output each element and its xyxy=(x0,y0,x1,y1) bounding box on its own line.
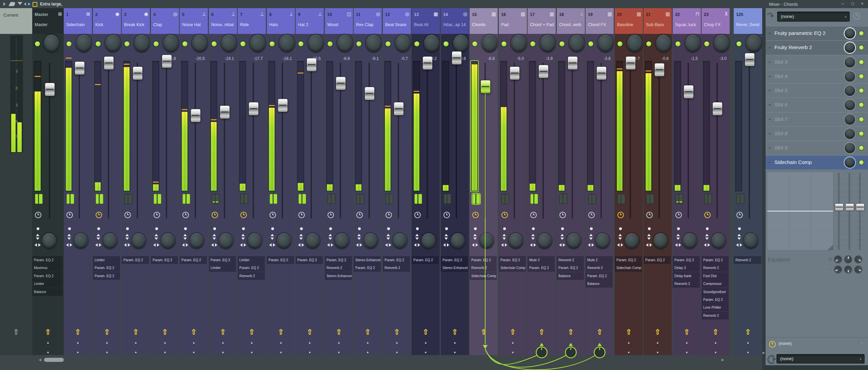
solo-dot[interactable] xyxy=(329,227,332,230)
fader-groove[interactable] xyxy=(427,63,428,219)
strip-header[interactable]: 20▥Bassline xyxy=(615,8,643,34)
slot-mix-knob[interactable] xyxy=(845,157,855,168)
send-arrow-icon[interactable]: ⇧ xyxy=(238,328,266,336)
mute-led[interactable] xyxy=(66,194,74,204)
plugin-row[interactable]: Fast Dist xyxy=(702,272,729,280)
plugin-slot-1[interactable]: ▸Fruity parametric EQ 2 xyxy=(766,26,868,40)
gain-knob[interactable] xyxy=(105,35,121,52)
plugin-row[interactable]: Param. EQ 2 xyxy=(702,296,729,304)
stereo-separation-icon[interactable] xyxy=(67,234,72,240)
chevron-up[interactable]: ▲ xyxy=(209,350,237,354)
pan-arrows-icon[interactable] xyxy=(269,243,275,247)
solo-dot[interactable] xyxy=(126,227,129,230)
pan-knob[interactable] xyxy=(248,233,262,249)
pan-knob[interactable] xyxy=(393,233,407,249)
solo-dot[interactable] xyxy=(358,227,361,230)
pan-arrows-icon[interactable] xyxy=(704,243,710,247)
slot-expand-arrow-icon[interactable]: ▸ xyxy=(769,117,771,121)
channel-led[interactable] xyxy=(588,41,593,46)
plugin-row[interactable]: Param. EQ 2 xyxy=(122,256,149,264)
stereo-separation-icon[interactable] xyxy=(502,234,507,240)
slot-mix-knob[interactable] xyxy=(845,100,855,110)
scroll-left-icon[interactable]: ◀ xyxy=(39,358,41,362)
mixer-zoom-setting[interactable]: Extra large xyxy=(40,2,61,6)
pan-arrows-icon[interactable] xyxy=(66,243,72,247)
pan-arrows-icon[interactable] xyxy=(298,243,304,247)
volume-fader-handle[interactable] xyxy=(568,56,578,70)
mixer-strip-125[interactable]: 125Rever..SendReeverb 2⇧▲▲ xyxy=(734,8,762,355)
plugin-row[interactable]: Love Philter xyxy=(702,304,729,311)
strip-header[interactable]: 2◉Kick xyxy=(93,8,121,34)
mixer-strip-8[interactable]: 8⊥Hats-16.1Param. EQ 2⇧▲▲ xyxy=(267,8,295,355)
automation-clock-icon[interactable] xyxy=(675,212,682,218)
stereo-separation-icon[interactable] xyxy=(618,234,623,240)
solo-dot[interactable] xyxy=(503,227,506,230)
mixer-strip-10[interactable]: 10◫Wood-6.6Param. EQ 2Reeverb 2Stereo En… xyxy=(325,8,353,355)
volume-fader-handle[interactable] xyxy=(510,66,520,80)
slot-enable-led[interactable] xyxy=(859,88,864,93)
send-arrow-icon[interactable]: ⇧ xyxy=(615,328,643,336)
strip-header[interactable]: 21▥Sub Bass xyxy=(644,8,672,34)
pan-knob[interactable] xyxy=(363,233,378,249)
solo-dot[interactable] xyxy=(445,227,448,230)
plugin-row[interactable]: Mute 2 xyxy=(586,256,613,264)
gain-knob[interactable] xyxy=(366,35,381,52)
strip-header[interactable]: 14◎Attac..ap 14 xyxy=(441,8,469,34)
mixer-strip-19[interactable]: 19▥Chord FX-3.6Mute 2Reeverb 2Param. EQ … xyxy=(586,8,614,355)
plugin-row[interactable]: Param. EQ 2 xyxy=(383,256,410,264)
mute-led[interactable] xyxy=(328,194,335,204)
solo-dot[interactable] xyxy=(532,227,535,230)
volume-fader-handle[interactable] xyxy=(75,61,85,75)
automation-clock-icon[interactable] xyxy=(182,212,189,218)
plugin-row[interactable]: Param. EQ 2 xyxy=(238,264,265,272)
plugin-row[interactable]: Reeverb 2 xyxy=(702,264,729,272)
gain-knob[interactable] xyxy=(76,35,92,52)
pan-arrows-icon[interactable] xyxy=(617,243,623,247)
plugin-row[interactable]: Stereo Enhancer xyxy=(325,272,352,280)
plugin-row[interactable]: Param. EQ 2 xyxy=(209,256,236,264)
fader-groove[interactable] xyxy=(166,63,167,219)
mute-led[interactable] xyxy=(182,194,190,204)
strip-header[interactable]: 7⊥Ride xyxy=(238,8,266,34)
plugin-slot-5[interactable]: ▸Slot 5 xyxy=(766,83,868,98)
stereo-separation-icon[interactable] xyxy=(357,234,361,240)
plugin-row[interactable]: Param. EQ 2 xyxy=(325,256,352,264)
plugin-slot-7[interactable]: ▸Slot 7 xyxy=(766,112,868,126)
mute-led[interactable] xyxy=(386,194,393,204)
automation-clock-icon[interactable] xyxy=(414,212,421,218)
plugin-slot-2[interactable]: ▸Fruity Reeverb 2 xyxy=(766,40,868,55)
stereo-separation-icon[interactable] xyxy=(560,234,565,240)
chevron-up[interactable]: ▲ xyxy=(673,350,701,354)
mute-led[interactable] xyxy=(124,194,132,204)
automation-clock-icon[interactable] xyxy=(298,212,305,218)
pan-arrows-icon[interactable] xyxy=(182,243,188,247)
chevron-up[interactable]: ▲ xyxy=(325,341,353,344)
fader-groove[interactable] xyxy=(79,63,80,219)
stereo-separation-icon[interactable] xyxy=(676,234,680,240)
pan-knob[interactable] xyxy=(421,233,436,249)
mixer-strip-20[interactable]: 20▥Bassline-0.7Param. EQ 2Sidechain Comp… xyxy=(615,8,643,355)
plugin-row[interactable]: Param. EQ 2 xyxy=(557,264,584,272)
mute-led[interactable] xyxy=(588,194,596,204)
strip-header[interactable]: 3◉Break Kick xyxy=(122,8,150,34)
chevron-up[interactable]: ▲ xyxy=(673,341,701,344)
volume-fader-handle[interactable] xyxy=(394,102,404,116)
stereo-separation-icon[interactable] xyxy=(705,234,709,240)
volume-fader-handle[interactable] xyxy=(684,85,694,99)
solo-dot[interactable] xyxy=(590,227,593,230)
mute-led[interactable] xyxy=(35,194,43,204)
send-arrow-icon[interactable]: ⇧ xyxy=(557,328,585,336)
chevron-up[interactable]: ▲ xyxy=(32,341,64,344)
solo-dot[interactable] xyxy=(97,227,100,230)
slot-mix-knob[interactable] xyxy=(845,42,855,53)
plugin-row[interactable]: Sidechain Comp xyxy=(615,264,642,272)
plugin-row[interactable]: Balance xyxy=(32,288,63,296)
gain-knob[interactable] xyxy=(221,35,237,52)
chevron-up[interactable]: ▲ xyxy=(296,341,324,344)
pan-arrows-icon[interactable] xyxy=(240,243,246,247)
pan-arrows-icon[interactable] xyxy=(588,243,594,247)
automation-clock-icon[interactable] xyxy=(328,212,334,218)
plugin-row[interactable]: Reeverb 2 xyxy=(734,256,761,264)
send-clock-icon[interactable] xyxy=(769,341,776,348)
mute-led[interactable] xyxy=(646,194,654,204)
